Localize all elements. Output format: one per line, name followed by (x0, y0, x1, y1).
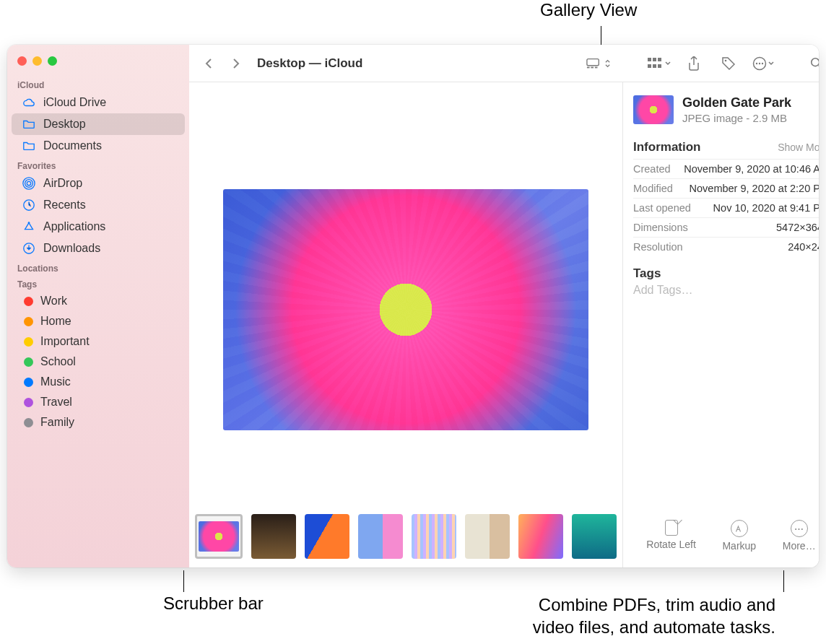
folder-icon (22, 139, 36, 153)
callout-line (783, 570, 784, 592)
svg-rect-13 (648, 64, 651, 68)
scrubber-thumb[interactable] (518, 514, 563, 559)
svg-rect-14 (653, 64, 656, 68)
info-key: Last opened (633, 202, 691, 214)
thumb-image (199, 521, 239, 552)
scrubber-thumb[interactable] (358, 514, 403, 559)
sidebar-item-label: Desktop (43, 118, 86, 131)
rotate-left-action[interactable]: Rotate Left (646, 520, 696, 552)
updown-icon (604, 58, 611, 69)
sidebar-section-favorites: Favorites (7, 157, 189, 173)
info-value: November 9, 2020 at 10:46 AM (684, 163, 819, 175)
inspector-thumbnail (633, 95, 674, 124)
tag-dot-icon (24, 398, 33, 407)
scrubber-thumb[interactable] (305, 514, 349, 559)
back-button[interactable] (199, 53, 219, 74)
minimize-button[interactable] (32, 56, 42, 66)
tag-dot-icon (24, 418, 33, 427)
scrubber-thumb[interactable] (412, 514, 456, 559)
sidebar-tag-music[interactable]: Music (12, 372, 185, 392)
markup-action[interactable]: Markup (722, 520, 756, 552)
preview-image[interactable] (223, 189, 588, 430)
sidebar-item-recents[interactable]: Recents (12, 194, 185, 216)
info-row: Dimensions5472×3648 (633, 217, 819, 237)
scrubber-thumb[interactable] (465, 514, 510, 559)
svg-point-19 (759, 62, 760, 64)
preview-canvas (189, 82, 622, 508)
ellipsis-icon: ⋯ (791, 520, 808, 537)
folder-icon (22, 117, 36, 131)
sidebar-tag-travel[interactable]: Travel (12, 392, 185, 412)
info-value: November 9, 2020 at 2:20 PM (690, 183, 819, 194)
callout-scrubber: Scrubber bar (163, 593, 264, 614)
sidebar-item-label: Music (40, 375, 71, 388)
sidebar: iCloud iCloud DriveDesktopDocuments Favo… (7, 45, 189, 567)
svg-point-20 (762, 62, 763, 64)
preview-area (189, 82, 622, 567)
sidebar-tag-home[interactable]: Home (12, 311, 185, 331)
ellipsis-circle-icon (752, 56, 767, 71)
sidebar-item-label: AirDrop (43, 177, 82, 190)
window-controls (7, 52, 189, 76)
chevron-down-icon (768, 61, 774, 66)
tag-dot-icon (24, 297, 33, 306)
sidebar-item-label: Home (40, 315, 71, 328)
inspector-subtitle: JPEG image - 2.9 MB (682, 112, 791, 124)
sidebar-item-documents[interactable]: Documents (12, 135, 185, 157)
tag-dot-icon (24, 357, 33, 367)
show-more-link[interactable]: Show More (778, 142, 819, 153)
sidebar-item-applications[interactable]: Applications (12, 216, 185, 238)
chevron-right-icon (230, 58, 241, 69)
action-button[interactable] (751, 53, 775, 74)
svg-point-4 (28, 222, 30, 224)
sidebar-item-label: Documents (43, 139, 102, 152)
tags-button[interactable] (716, 53, 741, 74)
svg-rect-11 (653, 58, 656, 61)
forward-button[interactable] (225, 53, 245, 74)
sidebar-item-label: School (40, 355, 76, 368)
scrubber-thumb[interactable] (195, 514, 243, 559)
group-icon (648, 58, 664, 69)
scrubber-thumb[interactable] (572, 514, 617, 559)
sidebar-item-desktop[interactable]: Desktop (12, 113, 185, 135)
svg-point-21 (812, 58, 819, 66)
markup-icon (731, 520, 748, 537)
info-value: Nov 10, 2020 at 9:41 PM (713, 202, 819, 214)
sidebar-tag-family[interactable]: Family (12, 412, 185, 432)
inspector-panel: Golden Gate Park JPEG image - 2.9 MB Inf… (622, 82, 819, 567)
sidebar-tag-important[interactable]: Important (12, 331, 185, 352)
sidebar-item-airdrop[interactable]: AirDrop (12, 173, 185, 194)
svg-rect-12 (658, 58, 661, 61)
scrubber-bar[interactable] (189, 508, 622, 567)
svg-point-0 (27, 181, 30, 185)
sidebar-item-label: iCloud Drive (43, 96, 106, 109)
main-area: Desktop — iCloud (189, 45, 819, 567)
sidebar-item-downloads[interactable]: Downloads (12, 238, 185, 259)
share-button[interactable] (682, 53, 706, 74)
sidebar-item-icloud-drive[interactable]: iCloud Drive (12, 92, 185, 113)
tags-input[interactable]: Add Tags… (633, 284, 819, 297)
more-action[interactable]: ⋯ More… (783, 520, 816, 552)
svg-rect-8 (591, 66, 594, 68)
share-icon (687, 56, 700, 71)
rotate-left-icon (665, 520, 678, 536)
sidebar-item-label: Important (40, 335, 90, 348)
group-button[interactable] (647, 53, 671, 74)
scrubber-thumb[interactable] (251, 514, 296, 559)
maximize-button[interactable] (48, 56, 57, 66)
tag-icon (721, 56, 736, 71)
info-key: Resolution (633, 241, 683, 253)
sidebar-tag-work[interactable]: Work (12, 291, 185, 311)
tags-label: Tags (633, 266, 819, 281)
sidebar-item-label: Applications (43, 220, 105, 233)
chevron-down-icon (665, 61, 671, 66)
close-button[interactable] (17, 56, 27, 66)
search-button[interactable] (804, 53, 819, 74)
info-key: Dimensions (633, 222, 688, 233)
clock-icon (22, 198, 36, 212)
sidebar-tag-school[interactable]: School (12, 352, 185, 372)
gallery-view-button[interactable] (586, 53, 611, 74)
sidebar-item-label: Recents (43, 199, 86, 212)
callout-gallery-view: Gallery View (540, 0, 637, 20)
info-value: 5472×3648 (776, 222, 819, 233)
